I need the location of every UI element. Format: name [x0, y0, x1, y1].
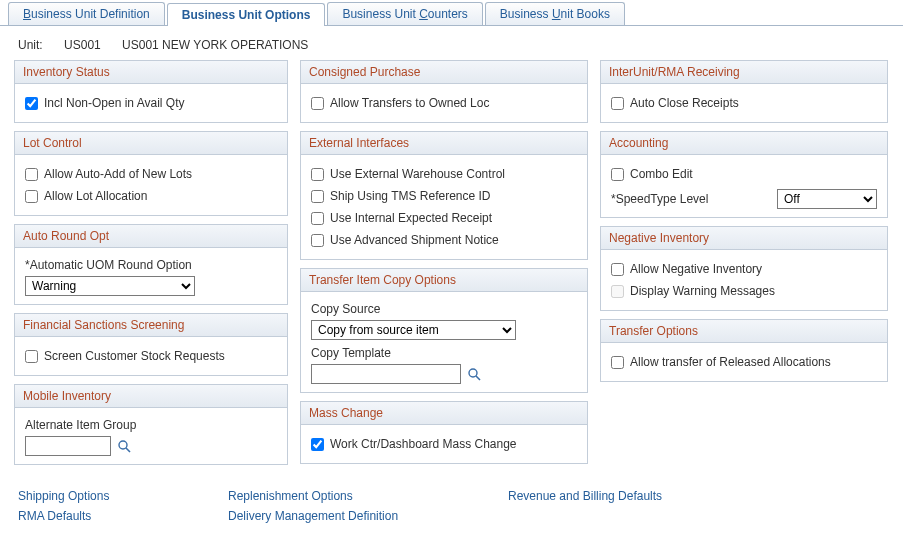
lookup-icon[interactable] — [467, 367, 481, 381]
field-ship-using-tms[interactable]: Ship Using TMS Reference ID — [311, 185, 577, 207]
unit-row: Unit: US001 US001 NEW YORK OPERATIONS — [0, 26, 903, 60]
label-speedtype-level: *SpeedType Level — [611, 192, 708, 206]
group-header: Negative Inventory — [601, 227, 887, 250]
field-allow-negative-inventory[interactable]: Allow Negative Inventory — [611, 258, 877, 280]
checkbox-lot-allocation[interactable] — [25, 190, 38, 203]
unit-name: US001 NEW YORK OPERATIONS — [122, 38, 308, 52]
tab-business-unit-counters[interactable]: Business Unit Counters — [327, 2, 482, 25]
checkbox-allow-negative-inventory[interactable] — [611, 263, 624, 276]
group-header: Auto Round Opt — [15, 225, 287, 248]
tab-business-unit-definition[interactable]: Business Unit Definition — [8, 2, 165, 25]
unit-code: US001 — [64, 38, 101, 52]
field-incl-non-open[interactable]: Incl Non-Open in Avail Qty — [25, 92, 277, 114]
field-use-internal-expected-receipt[interactable]: Use Internal Expected Receipt — [311, 207, 577, 229]
group-header: Transfer Item Copy Options — [301, 269, 587, 292]
tab-strip: Business Unit Definition Business Unit O… — [0, 0, 903, 26]
group-lot-control: Lot Control Allow Auto-Add of New Lots A… — [14, 131, 288, 216]
group-interunit-rma-receiving: InterUnit/RMA Receiving Auto Close Recei… — [600, 60, 888, 123]
group-accounting: Accounting Combo Edit *SpeedType Level O… — [600, 131, 888, 218]
field-auto-close-receipts[interactable]: Auto Close Receipts — [611, 92, 877, 114]
checkbox-combo-edit[interactable] — [611, 168, 624, 181]
group-header: Accounting — [601, 132, 887, 155]
group-negative-inventory: Negative Inventory Allow Negative Invent… — [600, 226, 888, 311]
tab-business-unit-options[interactable]: Business Unit Options — [167, 3, 326, 26]
checkbox-use-external-warehouse[interactable] — [311, 168, 324, 181]
group-header: Mass Change — [301, 402, 587, 425]
bottom-links: Shipping Options RMA Defaults Replenishm… — [0, 485, 903, 539]
select-auto-uom-round[interactable]: Warning — [25, 276, 195, 296]
group-header: Consigned Purchase — [301, 61, 587, 84]
field-allow-transfer-released-alloc[interactable]: Allow transfer of Released Allocations — [611, 351, 877, 373]
group-header: Lot Control — [15, 132, 287, 155]
checkbox-allow-transfer-released-alloc[interactable] — [611, 356, 624, 369]
unit-label: Unit: — [18, 38, 43, 52]
select-copy-source[interactable]: Copy from source item — [311, 320, 516, 340]
group-header: External Interfaces — [301, 132, 587, 155]
group-header: Financial Sanctions Screening — [15, 314, 287, 337]
field-use-asn[interactable]: Use Advanced Shipment Notice — [311, 229, 577, 251]
field-allow-lot-allocation[interactable]: Allow Lot Allocation — [25, 185, 277, 207]
field-work-ctr-mass-change[interactable]: Work Ctr/Dashboard Mass Change — [311, 433, 577, 455]
group-mobile-inventory: Mobile Inventory Alternate Item Group — [14, 384, 288, 465]
link-revenue-billing-defaults[interactable]: Revenue and Billing Defaults — [508, 489, 662, 503]
checkbox-allow-transfers-owned-loc[interactable] — [311, 97, 324, 110]
group-header: Inventory Status — [15, 61, 287, 84]
checkbox-work-ctr-mass-change[interactable] — [311, 438, 324, 451]
link-shipping-options[interactable]: Shipping Options — [18, 489, 109, 503]
input-copy-template[interactable] — [311, 364, 461, 384]
group-transfer-item-copy-options: Transfer Item Copy Options Copy Source C… — [300, 268, 588, 393]
label-auto-uom-round: *Automatic UOM Round Option — [25, 256, 277, 276]
checkbox-auto-add-lots[interactable] — [25, 168, 38, 181]
link-rma-defaults[interactable]: RMA Defaults — [18, 509, 91, 523]
label-copy-source: Copy Source — [311, 300, 577, 320]
checkbox-screen-customer-stock[interactable] — [25, 350, 38, 363]
group-header: InterUnit/RMA Receiving — [601, 61, 887, 84]
field-combo-edit[interactable]: Combo Edit — [611, 163, 877, 185]
group-consigned-purchase: Consigned Purchase Allow Transfers to Ow… — [300, 60, 588, 123]
link-replenishment-options[interactable]: Replenishment Options — [228, 489, 353, 503]
group-header: Mobile Inventory — [15, 385, 287, 408]
tab-business-unit-books[interactable]: Business Unit Books — [485, 2, 625, 25]
group-header: Transfer Options — [601, 320, 887, 343]
checkbox-use-internal-expected-receipt[interactable] — [311, 212, 324, 225]
select-speedtype-level[interactable]: Off — [777, 189, 877, 209]
svg-point-2 — [469, 369, 477, 377]
group-mass-change: Mass Change Work Ctr/Dashboard Mass Chan… — [300, 401, 588, 464]
input-alternate-item-group[interactable] — [25, 436, 111, 456]
group-inventory-status: Inventory Status Incl Non-Open in Avail … — [14, 60, 288, 123]
group-financial-sanctions-screening: Financial Sanctions Screening Screen Cus… — [14, 313, 288, 376]
label-copy-template: Copy Template — [311, 344, 577, 364]
field-allow-transfers-owned-loc[interactable]: Allow Transfers to Owned Loc — [311, 92, 577, 114]
label-alternate-item-group: Alternate Item Group — [25, 416, 277, 436]
checkbox-incl-non-open[interactable] — [25, 97, 38, 110]
field-allow-auto-add-lots[interactable]: Allow Auto-Add of New Lots — [25, 163, 277, 185]
link-delivery-management-definition[interactable]: Delivery Management Definition — [228, 509, 398, 523]
checkbox-use-asn[interactable] — [311, 234, 324, 247]
group-external-interfaces: External Interfaces Use External Warehou… — [300, 131, 588, 260]
svg-line-3 — [476, 376, 480, 380]
field-use-external-warehouse[interactable]: Use External Warehouse Control — [311, 163, 577, 185]
checkbox-display-warning-messages[interactable] — [611, 285, 624, 298]
lookup-icon[interactable] — [117, 439, 131, 453]
checkbox-auto-close-receipts[interactable] — [611, 97, 624, 110]
svg-point-0 — [119, 441, 127, 449]
group-transfer-options: Transfer Options Allow transfer of Relea… — [600, 319, 888, 382]
field-screen-customer-stock[interactable]: Screen Customer Stock Requests — [25, 345, 277, 367]
field-display-warning-messages[interactable]: Display Warning Messages — [611, 280, 877, 302]
svg-line-1 — [126, 448, 130, 452]
checkbox-ship-using-tms[interactable] — [311, 190, 324, 203]
group-auto-round-opt: Auto Round Opt *Automatic UOM Round Opti… — [14, 224, 288, 305]
